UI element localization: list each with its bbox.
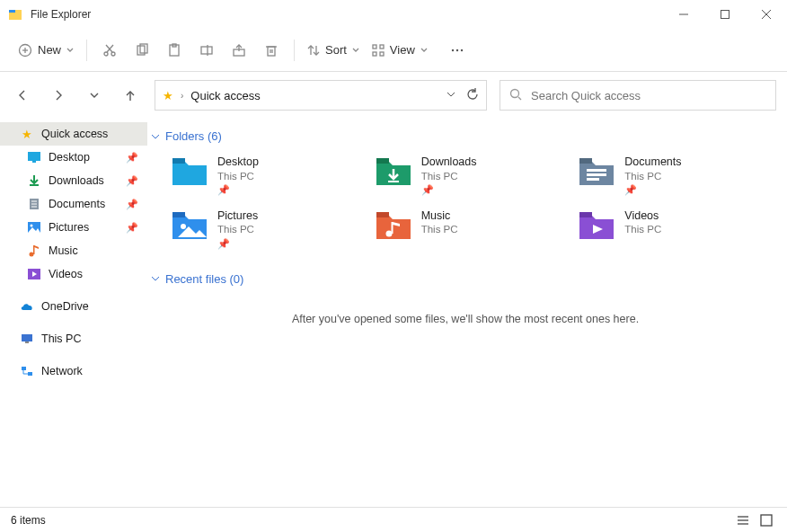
pin-icon: 📌 <box>624 184 681 197</box>
folder-item-documents[interactable]: Documents This PC 📌 <box>576 152 776 200</box>
music-icon <box>27 244 41 258</box>
toolbar-divider <box>86 40 87 61</box>
svg-rect-17 <box>201 47 212 54</box>
toolbar-divider <box>294 40 295 61</box>
folder-name: Music <box>421 209 458 224</box>
more-button[interactable] <box>442 35 473 66</box>
sidebar-item-music[interactable]: Music <box>0 239 147 262</box>
app-icon <box>7 6 23 22</box>
sidebar-item-downloads[interactable]: Downloads 📌 <box>0 169 147 192</box>
sidebar-item-desktop[interactable]: Desktop 📌 <box>0 146 147 169</box>
svg-rect-3 <box>721 11 730 19</box>
folder-name: Downloads <box>421 155 477 170</box>
address-path: Quick access <box>190 89 439 102</box>
svg-rect-57 <box>172 158 185 164</box>
forward-button[interactable] <box>47 84 70 107</box>
svg-rect-21 <box>268 47 275 56</box>
thumbnails-view-button[interactable] <box>756 510 776 530</box>
sidebar-item-label: OneDrive <box>41 300 89 313</box>
close-button[interactable] <box>746 0 787 29</box>
sidebar-item-label: Documents <box>49 198 105 210</box>
recent-locations-button[interactable] <box>83 84 106 107</box>
chevron-down-icon <box>151 274 160 283</box>
folder-item-downloads[interactable]: Downloads This PC 📌 <box>373 152 573 200</box>
sidebar-item-pictures[interactable]: Pictures 📌 <box>0 216 147 239</box>
sidebar-item-label: Network <box>41 365 83 377</box>
sidebar-item-this-pc[interactable]: This PC <box>0 327 147 350</box>
folder-item-music[interactable]: Music This PC <box>373 206 573 254</box>
folder-item-pictures[interactable]: Pictures This PC 📌 <box>169 206 369 254</box>
sidebar-item-label: This PC <box>41 332 81 345</box>
pin-icon: 📌 <box>217 184 259 197</box>
minimize-button[interactable] <box>663 0 704 29</box>
sidebar-item-documents[interactable]: Documents 📌 <box>0 192 147 216</box>
status-bar: 6 items <box>0 507 787 532</box>
document-icon <box>27 197 41 211</box>
svg-rect-63 <box>587 173 606 176</box>
new-button[interactable]: New <box>13 35 79 66</box>
refresh-button[interactable] <box>466 88 479 103</box>
download-icon <box>27 173 41 188</box>
star-icon: ★ <box>20 127 34 141</box>
view-label: View <box>390 43 415 57</box>
folder-name: Videos <box>624 209 661 224</box>
svg-point-47 <box>30 253 34 257</box>
address-dropdown-button[interactable] <box>447 88 455 103</box>
svg-point-46 <box>31 225 33 227</box>
maximize-button[interactable] <box>704 0 746 29</box>
recent-empty-message: After you've opened some files, we'll sh… <box>149 291 782 347</box>
status-item-count: 6 items <box>11 514 46 527</box>
folder-location: This PC <box>624 223 661 235</box>
svg-rect-64 <box>587 178 599 181</box>
sort-button[interactable]: Sort <box>302 35 365 66</box>
address-row: ★ › Quick access <box>0 72 787 119</box>
sidebar-item-label: Music <box>49 244 78 257</box>
pc-icon <box>20 332 34 346</box>
svg-point-10 <box>111 52 115 56</box>
svg-point-9 <box>104 52 108 56</box>
chevron-down-icon <box>151 132 160 141</box>
pin-icon: 📌 <box>421 184 477 197</box>
svg-rect-54 <box>28 372 32 376</box>
details-view-button[interactable] <box>733 510 753 530</box>
address-bar[interactable]: ★ › Quick access <box>155 80 487 111</box>
window-title: File Explorer <box>31 8 91 21</box>
paste-button[interactable] <box>159 35 190 66</box>
group-header-recent[interactable]: Recent files (0) <box>149 267 782 291</box>
view-button[interactable]: View <box>367 35 433 66</box>
cut-button[interactable] <box>94 35 125 66</box>
sidebar-item-onedrive[interactable]: OneDrive <box>0 295 147 318</box>
share-button[interactable] <box>224 35 254 66</box>
sidebar-item-videos[interactable]: Videos <box>0 262 147 286</box>
svg-rect-76 <box>761 515 772 526</box>
folder-item-videos[interactable]: Videos This PC <box>576 206 776 254</box>
folder-item-desktop[interactable]: Desktop This PC 📌 <box>169 152 369 200</box>
pin-icon: 📌 <box>217 238 258 251</box>
group-label: Folders (6) <box>165 129 222 143</box>
search-box[interactable] <box>500 80 776 111</box>
svg-rect-1 <box>9 10 15 13</box>
up-button[interactable] <box>119 84 142 107</box>
title-bar: File Explorer <box>0 0 787 29</box>
sidebar-item-label: Pictures <box>49 221 89 234</box>
svg-point-33 <box>461 49 463 50</box>
rename-button[interactable] <box>191 35 222 66</box>
back-button[interactable] <box>11 84 34 107</box>
svg-rect-30 <box>380 52 384 56</box>
search-icon <box>509 88 522 103</box>
svg-point-35 <box>511 89 519 97</box>
group-header-folders[interactable]: Folders (6) <box>149 124 782 148</box>
search-input[interactable] <box>531 89 766 102</box>
pin-icon: 📌 <box>126 222 138 234</box>
content-pane: Folders (6) Desktop This PC 📌 Downloads … <box>147 119 787 507</box>
sidebar-item-quick-access[interactable]: ★ Quick access <box>0 122 147 146</box>
copy-button[interactable] <box>127 35 157 66</box>
sidebar-item-network[interactable]: Network <box>0 359 147 383</box>
svg-rect-68 <box>376 212 389 217</box>
star-icon: ★ <box>163 89 173 102</box>
svg-rect-28 <box>380 45 384 49</box>
folder-location: This PC <box>421 223 458 235</box>
svg-rect-51 <box>22 334 32 341</box>
picture-icon <box>27 220 41 235</box>
delete-button[interactable] <box>256 35 287 66</box>
